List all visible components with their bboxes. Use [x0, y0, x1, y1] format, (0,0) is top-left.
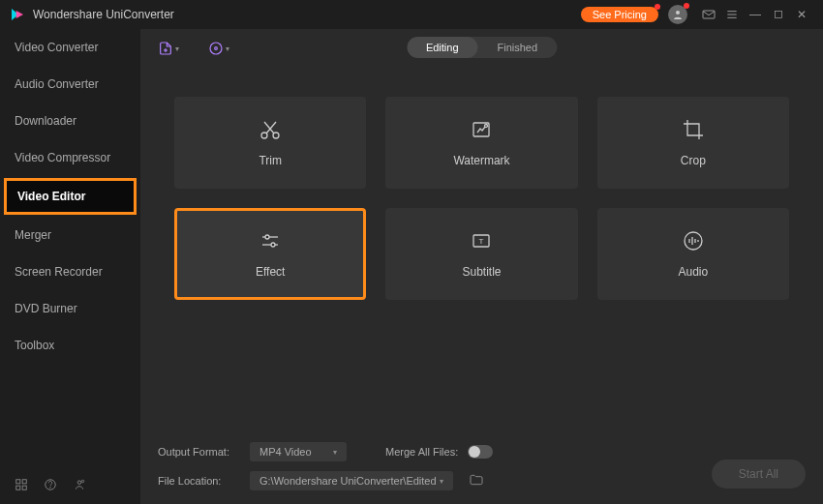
add-file-button[interactable]: ▾	[158, 41, 179, 56]
sidebar: Video Converter Audio Converter Download…	[0, 29, 140, 504]
tab-editing[interactable]: Editing	[407, 37, 478, 58]
svg-rect-1	[703, 11, 715, 18]
sidebar-item-screen-recorder[interactable]: Screen Recorder	[0, 253, 140, 290]
sidebar-item-toolbox[interactable]: Toolbox	[0, 327, 140, 364]
merge-all-toggle[interactable]	[468, 445, 493, 459]
audio-icon	[682, 230, 705, 252]
grid-icon[interactable]	[15, 478, 28, 494]
svg-point-27	[271, 243, 275, 247]
tile-label: Trim	[259, 154, 282, 167]
tile-crop[interactable]: Crop	[597, 97, 789, 189]
svg-rect-9	[22, 486, 26, 489]
app-logo-icon	[10, 7, 25, 22]
sidebar-item-merger[interactable]: Merger	[0, 217, 140, 253]
sidebar-item-dvd-burner[interactable]: DVD Burner	[0, 290, 140, 327]
maximize-button[interactable]	[767, 3, 790, 26]
svg-point-30	[685, 232, 702, 250]
tile-label: Subtitle	[462, 265, 501, 279]
scissors-icon	[259, 119, 282, 140]
open-folder-button[interactable]	[469, 472, 484, 489]
user-avatar[interactable]	[668, 5, 687, 24]
help-icon[interactable]	[44, 478, 57, 494]
tile-trim[interactable]: Trim	[174, 97, 366, 189]
close-button[interactable]: ✕	[790, 3, 813, 26]
tile-label: Effect	[256, 265, 285, 279]
sidebar-item-video-compressor[interactable]: Video Compressor	[0, 139, 140, 176]
svg-point-11	[50, 488, 51, 489]
sidebar-item-audio-converter[interactable]: Audio Converter	[0, 66, 140, 103]
tab-finished[interactable]: Finished	[478, 37, 558, 58]
tile-effect[interactable]: Effect	[174, 208, 366, 300]
tile-audio[interactable]: Audio	[597, 208, 789, 300]
tile-label: Audio	[678, 265, 708, 279]
mail-icon[interactable]	[697, 3, 720, 26]
file-location-label: File Location:	[158, 475, 240, 487]
svg-point-26	[265, 235, 269, 239]
svg-point-13	[81, 480, 83, 482]
tile-label: Crop	[681, 154, 706, 167]
add-disc-button[interactable]: ▾	[208, 41, 229, 56]
user-icon	[672, 9, 684, 20]
svg-line-21	[264, 122, 274, 133]
svg-rect-7	[22, 480, 26, 484]
svg-line-20	[266, 122, 276, 133]
svg-point-16	[210, 43, 222, 54]
tabs: Editing Finished	[407, 37, 557, 58]
svg-text:T: T	[479, 237, 484, 246]
sidebar-item-video-editor[interactable]: Video Editor	[4, 178, 137, 215]
svg-rect-5	[776, 12, 782, 18]
crop-icon	[682, 119, 705, 140]
watermark-icon	[470, 119, 493, 140]
tile-watermark[interactable]: Watermark	[385, 97, 577, 189]
see-pricing-button[interactable]: See Pricing	[581, 7, 658, 22]
sliders-icon	[259, 230, 282, 252]
tile-label: Watermark	[453, 154, 509, 167]
svg-point-12	[77, 481, 81, 485]
app-title: Wondershare UniConverter	[33, 8, 174, 21]
feedback-icon[interactable]	[73, 478, 86, 494]
output-format-label: Output Format:	[158, 446, 240, 458]
merge-all-label: Merge All Files:	[385, 446, 458, 458]
svg-point-0	[676, 11, 680, 15]
sidebar-item-downloader[interactable]: Downloader	[0, 103, 140, 139]
tile-subtitle[interactable]: T Subtitle	[385, 208, 577, 300]
start-all-button[interactable]: Start All	[712, 460, 806, 489]
file-location-dropdown[interactable]: G:\Wondershare UniConverter\Edited▾	[250, 471, 453, 490]
output-format-dropdown[interactable]: MP4 Video▾	[250, 442, 347, 461]
sidebar-item-video-converter[interactable]: Video Converter	[0, 29, 140, 66]
subtitle-icon: T	[470, 230, 493, 252]
svg-rect-8	[16, 486, 20, 489]
svg-rect-6	[16, 480, 20, 484]
menu-icon[interactable]	[720, 3, 744, 26]
svg-point-23	[485, 124, 488, 127]
svg-point-17	[215, 47, 218, 50]
minimize-button[interactable]: —	[744, 3, 767, 26]
